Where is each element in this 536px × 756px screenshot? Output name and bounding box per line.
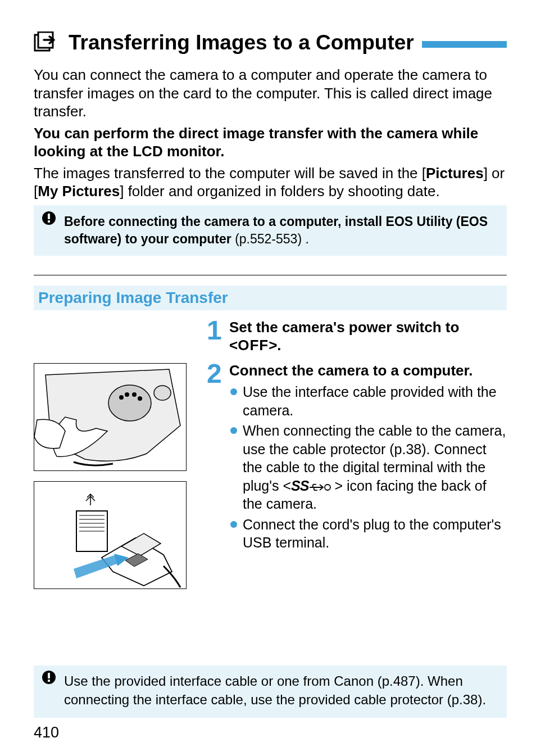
section-heading: Preparing Image Transfer (34, 286, 507, 310)
ss-plug-icon: SS (291, 478, 334, 494)
steps-container: 1 Set the camera's power switch to <OFF>… (34, 318, 507, 599)
page-title-row: Transferring Images to a Computer (34, 31, 507, 55)
illustration-column (34, 318, 201, 599)
svg-rect-20 (48, 680, 50, 682)
caution-note-1: Before connecting the camera to a comput… (34, 205, 507, 256)
svg-rect-3 (48, 214, 50, 219)
step-2-bullets: Use the interface cable provided with th… (229, 383, 507, 552)
caution-icon (42, 670, 56, 709)
step-1: 1 Set the camera's power switch to <OFF>… (207, 318, 507, 358)
svg-point-10 (154, 386, 171, 400)
caution-text-2: Use the provided interface cable or one … (64, 672, 499, 709)
manual-page: Transferring Images to a Computer You ca… (0, 0, 536, 756)
bullet-1: Use the interface cable provided with th… (229, 383, 507, 419)
title-accent-bar (422, 41, 507, 48)
caution-text: Before connecting the camera to a comput… (64, 213, 499, 248)
svg-point-7 (125, 392, 129, 397)
caution-icon (42, 211, 56, 248)
usb-plug-illustration (34, 481, 187, 589)
note-rest: (p.552-553) . (231, 232, 309, 246)
bullet-3: Connect the cord's plug to the computer'… (229, 515, 507, 552)
step-2: 2 Connect the camera to a computer. Use … (207, 361, 507, 554)
step-1-title: Set the camera's power switch to <OFF>. (229, 318, 507, 355)
pictures-folder-name: Pictures (426, 165, 484, 182)
svg-rect-19 (48, 673, 50, 678)
svg-point-5 (108, 385, 151, 421)
text: ] folder and organized in folders by sho… (120, 183, 440, 200)
text: >. (269, 337, 281, 354)
svg-rect-4 (48, 220, 50, 223)
intro-paragraph-2: You can perform the direct image transfe… (34, 124, 507, 161)
caution-note-2: Use the provided interface cable or one … (34, 666, 507, 718)
step-2-title: Connect the camera to a computer. (229, 361, 507, 380)
camera-connection-illustration (34, 363, 187, 471)
separator-line (34, 275, 507, 275)
bullet-2: When connecting the cable to the camera,… (229, 422, 507, 513)
step-number-2: 2 (207, 361, 226, 554)
page-number: 410 (34, 724, 59, 741)
off-symbol: OFF (238, 337, 269, 354)
svg-point-8 (132, 392, 137, 397)
intro-paragraph-1: You can connect the camera to a computer… (34, 66, 507, 121)
svg-point-6 (119, 395, 124, 400)
page-title: Transferring Images to a Computer (69, 31, 414, 55)
steps-text-column: 1 Set the camera's power switch to <OFF>… (207, 318, 507, 599)
svg-point-9 (138, 396, 142, 401)
text: The images transferred to the computer w… (34, 165, 426, 182)
intro-paragraph-3: The images transferred to the computer w… (34, 164, 507, 201)
svg-rect-17 (325, 485, 330, 490)
step-number-1: 1 (207, 318, 226, 358)
transfer-icon (34, 31, 61, 54)
my-pictures-folder-name: My Pictures (38, 183, 120, 200)
